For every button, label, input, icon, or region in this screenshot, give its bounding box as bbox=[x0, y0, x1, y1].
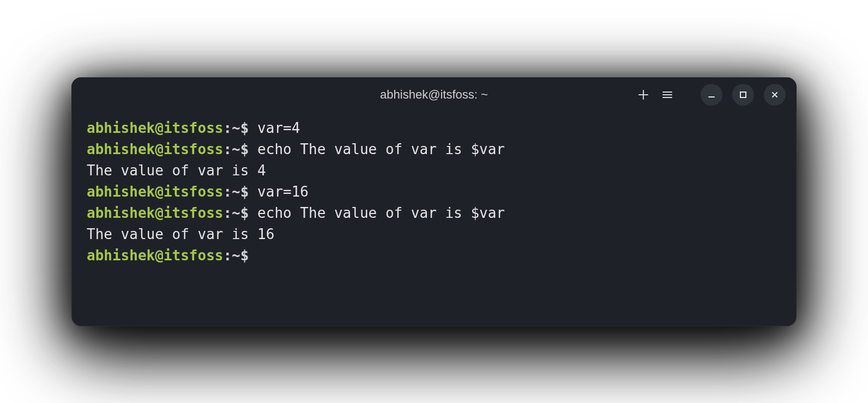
plus-icon bbox=[637, 89, 649, 101]
new-tab-button[interactable] bbox=[637, 89, 649, 101]
prompt-user-host: abhishek@itsfoss bbox=[87, 141, 223, 157]
command-text: var=4 bbox=[257, 120, 300, 136]
output-text: The value of var is 4 bbox=[87, 162, 266, 179]
minimize-button[interactable] bbox=[701, 84, 722, 106]
close-icon bbox=[771, 91, 779, 99]
output-text: The value of var is 16 bbox=[87, 226, 274, 242]
terminal-window: abhishek@itsfoss: ~ bbox=[71, 77, 797, 326]
terminal-line: abhishek@itsfoss:~$ echo The value of va… bbox=[87, 139, 781, 160]
hamburger-menu-button[interactable] bbox=[661, 89, 673, 101]
titlebar-controls bbox=[637, 84, 786, 106]
terminal-body[interactable]: abhishek@itsfoss:~$ var=4abhishek@itsfos… bbox=[71, 112, 797, 326]
prompt-path: ~ bbox=[232, 184, 240, 200]
terminal-line: abhishek@itsfoss:~$ bbox=[87, 245, 781, 266]
minimize-icon bbox=[708, 91, 715, 99]
terminal-line: abhishek@itsfoss:~$ var=16 bbox=[87, 181, 781, 203]
prompt-path: ~ bbox=[232, 247, 240, 264]
maximize-button[interactable] bbox=[732, 84, 754, 106]
prompt-dollar: $ bbox=[240, 141, 257, 157]
terminal-line: abhishek@itsfoss:~$ var=4 bbox=[87, 118, 781, 139]
prompt-dollar: $ bbox=[240, 184, 257, 200]
maximize-icon bbox=[739, 91, 747, 99]
svg-rect-0 bbox=[740, 92, 746, 97]
prompt-colon: : bbox=[223, 141, 232, 157]
window-title: abhishek@itsfoss: ~ bbox=[380, 88, 488, 102]
prompt-user-host: abhishek@itsfoss bbox=[87, 247, 223, 264]
hamburger-icon bbox=[661, 89, 673, 101]
prompt-dollar: $ bbox=[240, 120, 257, 136]
titlebar: abhishek@itsfoss: ~ bbox=[71, 77, 797, 112]
command-text: echo The value of var is $var bbox=[257, 205, 505, 221]
prompt-colon: : bbox=[223, 247, 232, 264]
terminal-line: The value of var is 16 bbox=[87, 224, 781, 245]
prompt-user-host: abhishek@itsfoss bbox=[87, 205, 223, 221]
prompt-path: ~ bbox=[232, 205, 240, 221]
prompt-user-host: abhishek@itsfoss bbox=[87, 120, 223, 136]
command-text: var=16 bbox=[257, 184, 309, 200]
window-buttons bbox=[701, 84, 786, 106]
prompt-user-host: abhishek@itsfoss bbox=[87, 184, 223, 200]
prompt-path: ~ bbox=[232, 120, 240, 136]
prompt-path: ~ bbox=[232, 141, 240, 157]
prompt-colon: : bbox=[223, 120, 232, 136]
command-text: echo The value of var is $var bbox=[257, 141, 505, 157]
prompt-colon: : bbox=[223, 184, 232, 200]
close-button[interactable] bbox=[764, 84, 786, 106]
prompt-dollar: $ bbox=[240, 247, 257, 264]
prompt-colon: : bbox=[223, 205, 232, 221]
terminal-line: The value of var is 4 bbox=[87, 160, 781, 181]
prompt-dollar: $ bbox=[240, 205, 257, 221]
terminal-line: abhishek@itsfoss:~$ echo The value of va… bbox=[87, 203, 781, 224]
